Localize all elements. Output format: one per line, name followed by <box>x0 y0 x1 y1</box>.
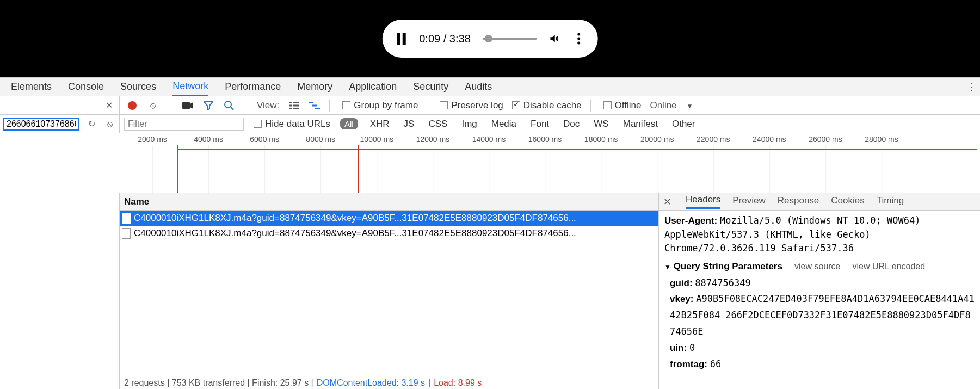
file-icon <box>122 228 131 239</box>
view-url-encoded-link[interactable]: view URL encoded <box>852 262 925 271</box>
category-doc[interactable]: Doc <box>561 118 582 131</box>
status-bar: 2 requests | 753 KB transferred | Finish… <box>120 376 658 389</box>
svg-rect-13 <box>293 108 299 109</box>
svg-point-4 <box>577 42 580 45</box>
svg-rect-0 <box>397 33 400 45</box>
svg-rect-11 <box>293 104 299 106</box>
tab-console[interactable]: Console <box>68 78 104 96</box>
media-menu-icon[interactable] <box>573 33 585 45</box>
category-other[interactable]: Other <box>670 118 698 131</box>
svg-rect-15 <box>312 104 317 106</box>
detail-tab-cookies[interactable]: Cookies <box>831 195 864 208</box>
tab-memory[interactable]: Memory <box>297 78 332 96</box>
svg-rect-10 <box>289 104 292 106</box>
hide-data-urls-checkbox[interactable]: Hide data URLs <box>254 119 330 129</box>
svg-rect-9 <box>293 102 299 103</box>
filter-icon[interactable] <box>202 100 214 112</box>
detail-tab-timing[interactable]: Timing <box>877 195 904 208</box>
tab-sources[interactable]: Sources <box>120 78 156 96</box>
request-details: ✕ Headers Preview Response Cookies Timin… <box>659 193 980 389</box>
tab-application[interactable]: Application <box>349 78 397 96</box>
throttling-select[interactable]: Online▼ <box>650 100 693 111</box>
filter-input[interactable] <box>124 118 244 131</box>
frame-search-input[interactable] <box>3 118 79 131</box>
close-icon[interactable]: ✕ <box>103 100 115 112</box>
category-js[interactable]: JS <box>402 118 417 131</box>
load-time: Load: 8.99 s <box>434 378 482 388</box>
group-by-frame-checkbox[interactable]: Group by frame <box>342 100 418 111</box>
file-icon <box>122 213 131 224</box>
tab-audits[interactable]: Audits <box>465 78 492 96</box>
param-uin: uin: 0 <box>670 340 975 356</box>
view-source-link[interactable]: view source <box>794 262 840 271</box>
param-fromtag: fromtag: 66 <box>670 356 975 373</box>
name-column-header[interactable]: Name <box>120 193 658 211</box>
category-all[interactable]: All <box>340 118 358 129</box>
devtools-panel: Elements Console Sources Network Perform… <box>0 77 980 389</box>
offline-checkbox[interactable]: Offline <box>603 100 642 111</box>
disable-cache-checkbox[interactable]: Disable cache <box>512 100 582 111</box>
media-time: 0:09 / 3:38 <box>419 33 471 45</box>
volume-icon[interactable] <box>549 33 561 45</box>
svg-point-2 <box>577 33 580 36</box>
param-vkey: vkey: A90B5F08ECAC247ED403F79EFE8A4D1A63… <box>670 291 975 340</box>
view-waterfall-icon[interactable] <box>309 100 320 112</box>
view-large-icon[interactable] <box>288 100 300 112</box>
search-icon[interactable] <box>223 100 235 112</box>
request-row[interactable]: C4000010iXHG1LK8XJ.m4a?guid=8874756349&v… <box>120 226 658 241</box>
devtools-menu-icon[interactable]: ⋮ <box>964 81 980 93</box>
header-user-agent: User-Agent: Mozilla/5.0 (Windows NT 10.0… <box>664 214 975 256</box>
svg-point-3 <box>577 38 580 40</box>
param-guid: guid: 8874756349 <box>670 275 975 292</box>
preserve-log-checkbox[interactable]: Preserve log <box>440 100 503 111</box>
tab-elements[interactable]: Elements <box>11 78 52 96</box>
category-media[interactable]: Media <box>489 118 519 131</box>
category-manifest[interactable]: Manifest <box>621 118 660 131</box>
refresh-icon[interactable]: ↻ <box>86 118 98 130</box>
record-button[interactable] <box>126 100 138 112</box>
media-progress[interactable] <box>483 38 537 40</box>
domcontentloaded-link[interactable]: DOMContentLoaded: 3.19 s <box>317 378 425 388</box>
tab-performance[interactable]: Performance <box>225 78 281 96</box>
svg-rect-8 <box>289 102 292 103</box>
tab-network[interactable]: Network <box>172 77 208 97</box>
tab-security[interactable]: Security <box>413 78 448 96</box>
svg-rect-1 <box>402 33 405 45</box>
request-list: Name C4000010iXHG1LK8XJ.m4a?guid=8874756… <box>120 193 659 389</box>
category-xhr[interactable]: XHR <box>368 118 392 131</box>
category-css[interactable]: CSS <box>426 118 449 131</box>
category-ws[interactable]: WS <box>591 118 611 131</box>
svg-point-6 <box>225 101 231 108</box>
clear-icon[interactable]: ⦸ <box>147 100 159 112</box>
query-params-section[interactable]: ▼ Query String Parameters view source vi… <box>664 261 975 272</box>
page-content: 0:09 / 3:38 <box>0 0 980 77</box>
pause-icon[interactable] <box>395 33 407 45</box>
svg-rect-5 <box>182 102 190 109</box>
block-icon[interactable]: ⦸ <box>104 118 116 130</box>
media-player[interactable]: 0:09 / 3:38 <box>382 20 598 58</box>
detail-tab-response[interactable]: Response <box>778 195 819 208</box>
svg-rect-16 <box>315 108 320 109</box>
network-timeline[interactable]: 2000 ms4000 ms6000 ms8000 ms10000 ms1200… <box>120 133 980 193</box>
svg-rect-14 <box>309 102 313 103</box>
request-row[interactable]: C4000010iXHG1LK8XJ.m4a?guid=8874756349&v… <box>120 211 658 226</box>
svg-rect-12 <box>289 108 292 109</box>
category-img[interactable]: Img <box>459 118 479 131</box>
devtools-tab-bar: Elements Console Sources Network Perform… <box>0 78 980 96</box>
category-font[interactable]: Font <box>528 118 551 131</box>
close-details-icon[interactable]: ✕ <box>663 196 671 208</box>
detail-tab-preview[interactable]: Preview <box>732 195 765 208</box>
filter-row: ↻ ⦸ Hide data URLs All XHR JS CSS Img Me… <box>0 115 980 133</box>
camera-icon[interactable] <box>182 100 194 112</box>
network-toolbar: ✕ ⦸ View: Group by frame <box>0 96 980 115</box>
detail-tab-headers[interactable]: Headers <box>686 194 720 209</box>
frames-sidebar <box>0 193 120 389</box>
svg-line-7 <box>231 107 233 110</box>
view-label: View: <box>257 100 279 111</box>
